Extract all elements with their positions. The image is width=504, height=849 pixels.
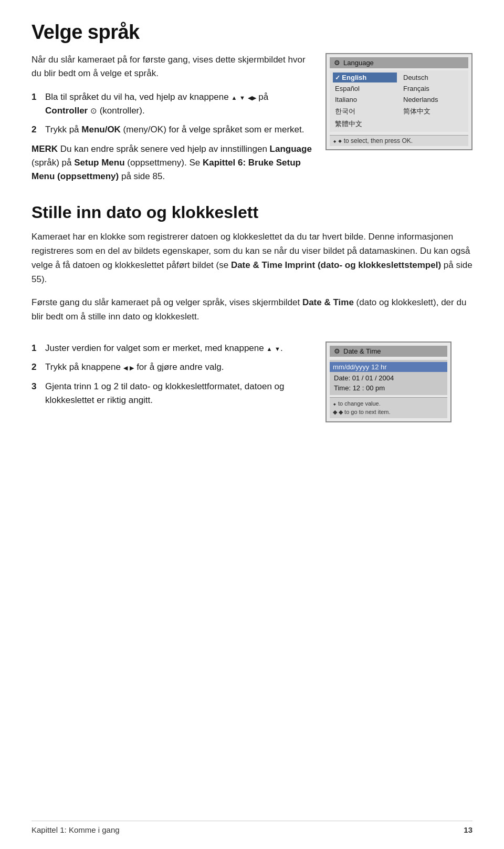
datetime-time-row: Time: 12 : 00 pm: [334, 383, 443, 393]
page-title: Velge språk: [32, 21, 472, 44]
intro-paragraph: Når du slår kameraet på for første gang,…: [32, 53, 313, 81]
lang-english: English: [333, 73, 397, 82]
lang-simplified-chinese: 简体中文: [401, 106, 465, 117]
language-hint: ⬥ ◆ to select, then press OK.: [330, 135, 468, 146]
datetime-title-text: Date & Time: [343, 347, 381, 355]
arrow-up-icon: [231, 92, 237, 102]
datetime-step-3-number: 3: [32, 380, 41, 408]
datetime-step-1-text: Juster verdien for valget som er merket,…: [45, 341, 313, 355]
datetime-step-2-number: 2: [32, 360, 41, 374]
datetime-ui-box: ⚙ Date & Time mm/dd/yyyy 12 hr Date: 01 …: [326, 341, 452, 422]
step-1-datetime: 1 Juster verdien for valget som er merke…: [32, 341, 313, 355]
step-3-datetime: 3 Gjenta trinn 1 og 2 til dato- og klokk…: [32, 380, 313, 408]
left-icon: [123, 362, 128, 372]
step-1-text: Bla til språket du vil ha, ved hjelp av …: [45, 90, 313, 118]
note-label: MERK: [32, 144, 58, 154]
language-selector-ui: ⚙ Language English Deutsch Español Franç…: [326, 53, 472, 150]
datetime-format-row: mm/dd/yyyy 12 hr: [330, 362, 447, 372]
section2-title: Stille inn dato og klokkeslett: [32, 203, 472, 222]
step-2-datetime: 2 Trykk på knappene for å gjøre andre va…: [32, 360, 313, 374]
step-1-language: 1 Bla til språket du vil ha, ved hjelp a…: [32, 90, 313, 118]
datetime-hint: ⬥ to change value. ◆ ◆ to go to next ite…: [330, 397, 447, 418]
right-icon: [130, 362, 134, 372]
lang-italiano: Italiano: [333, 95, 397, 105]
lang-deutsch: Deutsch: [401, 73, 465, 82]
datetime-step-3-text: Gjenta trinn 1 og 2 til dato- og klokkes…: [45, 380, 313, 408]
lang-empty: [401, 118, 465, 130]
step-2-language: 2 Trykk på Menu/OK (meny/OK) for å velge…: [32, 123, 313, 137]
datetime-date-row: Date: 01 / 01 / 2004: [334, 373, 443, 383]
datetime-ui-title: ⚙ Date & Time: [330, 346, 447, 357]
arrow-down-icon: [239, 92, 245, 102]
footer-page-number: 13: [464, 825, 472, 834]
datetime-gear-icon: ⚙: [334, 347, 340, 355]
language-grid: English Deutsch Español Français Italian…: [330, 70, 468, 132]
language-gear-icon: ⚙: [334, 59, 340, 67]
language-title-text: Language: [343, 59, 374, 67]
lang-traditional-chinese: 繁體中文: [333, 118, 397, 130]
page-footer: Kapittel 1: Komme i gang 13: [32, 821, 472, 834]
up-icon: [266, 343, 272, 353]
footer-chapter-label: Kapittel 1: Komme i gang: [32, 825, 120, 834]
controller-icon: ⊙: [90, 106, 97, 115]
step-1-number: 1: [32, 90, 41, 118]
language-ui-title: ⚙ Language: [330, 57, 468, 68]
datetime-hint-2: ◆ ◆ to go to next item.: [333, 408, 444, 417]
section2-para2: Første gang du slår kameraet på og velge…: [32, 295, 472, 324]
datetime-rows: mm/dd/yyyy 12 hr Date: 01 / 01 / 2004 Ti…: [330, 360, 447, 395]
note-block: MERK Du kan endre språk senere ved hjelp…: [32, 142, 313, 184]
down-icon: [275, 343, 280, 353]
lang-espanol: Español: [333, 84, 397, 94]
step-2-number: 2: [32, 123, 41, 137]
lang-nederlands: Nederlands: [401, 95, 465, 105]
lang-francais: Français: [401, 84, 465, 94]
lang-korean: 한국어: [333, 106, 397, 117]
datetime-hint-1: ⬥ to change value.: [333, 399, 444, 408]
datetime-step-2-text: Trykk på knappene for å gjøre andre valg…: [45, 360, 313, 374]
arrow-lr-icon: [248, 92, 256, 102]
datetime-step-1-number: 1: [32, 341, 41, 355]
section2-para1: Kameraet har en klokke som registrerer d…: [32, 230, 472, 287]
step-2-text: Trykk på Menu/OK (meny/OK) for å velge s…: [45, 123, 313, 137]
